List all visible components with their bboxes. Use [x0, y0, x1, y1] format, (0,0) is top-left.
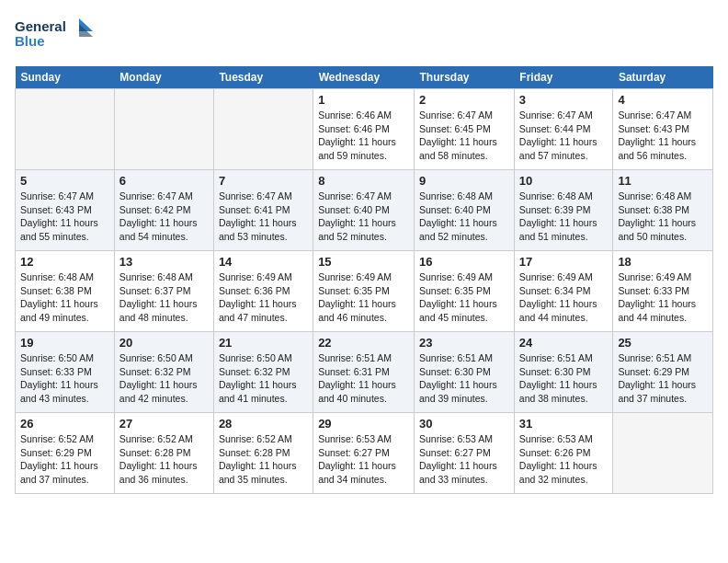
day-number: 1	[318, 93, 409, 107]
calendar-week-row: 1Sunrise: 6:46 AM Sunset: 6:46 PM Daylig…	[16, 89, 713, 170]
day-number: 8	[318, 174, 409, 188]
day-info: Sunrise: 6:52 AM Sunset: 6:28 PM Dayligh…	[119, 432, 209, 487]
calendar-cell: 9Sunrise: 6:48 AM Sunset: 6:40 PM Daylig…	[415, 170, 515, 251]
weekday-header: Sunday	[16, 66, 115, 89]
day-info: Sunrise: 6:48 AM Sunset: 6:38 PM Dayligh…	[20, 270, 109, 325]
day-info: Sunrise: 6:47 AM Sunset: 6:40 PM Dayligh…	[318, 190, 409, 244]
calendar-cell	[613, 413, 713, 494]
day-number: 16	[419, 255, 509, 269]
day-info: Sunrise: 6:49 AM Sunset: 6:35 PM Dayligh…	[419, 270, 509, 325]
day-number: 13	[119, 255, 209, 269]
day-info: Sunrise: 6:51 AM Sunset: 6:30 PM Dayligh…	[519, 351, 609, 406]
calendar-cell	[114, 89, 213, 170]
logo: General Blue	[15, 15, 97, 59]
weekday-header: Monday	[114, 66, 213, 89]
day-info: Sunrise: 6:51 AM Sunset: 6:31 PM Dayligh…	[318, 351, 409, 406]
calendar-cell: 23Sunrise: 6:51 AM Sunset: 6:30 PM Dayli…	[415, 332, 515, 413]
day-number: 3	[519, 93, 609, 107]
weekday-header: Tuesday	[213, 66, 313, 89]
calendar-cell: 6Sunrise: 6:47 AM Sunset: 6:42 PM Daylig…	[114, 170, 213, 251]
day-number: 19	[20, 336, 109, 350]
day-info: Sunrise: 6:53 AM Sunset: 6:27 PM Dayligh…	[318, 432, 409, 487]
calendar-cell: 26Sunrise: 6:52 AM Sunset: 6:29 PM Dayli…	[16, 413, 115, 494]
calendar-cell: 17Sunrise: 6:49 AM Sunset: 6:34 PM Dayli…	[514, 251, 613, 332]
calendar-cell	[213, 89, 313, 170]
calendar-cell: 24Sunrise: 6:51 AM Sunset: 6:30 PM Dayli…	[514, 332, 613, 413]
day-number: 26	[20, 417, 109, 431]
calendar-cell: 15Sunrise: 6:49 AM Sunset: 6:35 PM Dayli…	[313, 251, 415, 332]
day-number: 7	[219, 174, 308, 188]
calendar-cell: 20Sunrise: 6:50 AM Sunset: 6:32 PM Dayli…	[114, 332, 213, 413]
day-info: Sunrise: 6:46 AM Sunset: 6:46 PM Dayligh…	[318, 109, 409, 163]
calendar-week-row: 5Sunrise: 6:47 AM Sunset: 6:43 PM Daylig…	[16, 170, 713, 251]
day-info: Sunrise: 6:49 AM Sunset: 6:35 PM Dayligh…	[318, 270, 409, 325]
calendar-week-row: 19Sunrise: 6:50 AM Sunset: 6:33 PM Dayli…	[16, 332, 713, 413]
day-info: Sunrise: 6:48 AM Sunset: 6:39 PM Dayligh…	[519, 190, 609, 244]
day-info: Sunrise: 6:51 AM Sunset: 6:29 PM Dayligh…	[618, 351, 708, 406]
day-info: Sunrise: 6:48 AM Sunset: 6:37 PM Dayligh…	[119, 270, 209, 325]
day-info: Sunrise: 6:51 AM Sunset: 6:30 PM Dayligh…	[419, 351, 509, 406]
svg-text:General: General	[15, 18, 66, 34]
day-info: Sunrise: 6:50 AM Sunset: 6:32 PM Dayligh…	[219, 351, 308, 406]
calendar-cell: 4Sunrise: 6:47 AM Sunset: 6:43 PM Daylig…	[613, 89, 713, 170]
calendar-cell: 12Sunrise: 6:48 AM Sunset: 6:38 PM Dayli…	[16, 251, 115, 332]
calendar-table: SundayMondayTuesdayWednesdayThursdayFrid…	[15, 66, 713, 494]
day-number: 12	[20, 255, 109, 269]
calendar-cell: 10Sunrise: 6:48 AM Sunset: 6:39 PM Dayli…	[514, 170, 613, 251]
weekday-header-row: SundayMondayTuesdayWednesdayThursdayFrid…	[16, 66, 713, 89]
day-info: Sunrise: 6:49 AM Sunset: 6:34 PM Dayligh…	[519, 270, 609, 325]
day-number: 15	[318, 255, 409, 269]
weekday-header: Thursday	[415, 66, 515, 89]
calendar-cell: 21Sunrise: 6:50 AM Sunset: 6:32 PM Dayli…	[213, 332, 313, 413]
calendar-cell: 19Sunrise: 6:50 AM Sunset: 6:33 PM Dayli…	[16, 332, 115, 413]
day-number: 28	[219, 417, 308, 431]
day-info: Sunrise: 6:47 AM Sunset: 6:42 PM Dayligh…	[119, 190, 209, 244]
day-number: 24	[519, 336, 609, 350]
calendar-cell: 30Sunrise: 6:53 AM Sunset: 6:27 PM Dayli…	[415, 413, 515, 494]
calendar-cell: 16Sunrise: 6:49 AM Sunset: 6:35 PM Dayli…	[415, 251, 515, 332]
calendar-cell: 3Sunrise: 6:47 AM Sunset: 6:44 PM Daylig…	[514, 89, 613, 170]
day-info: Sunrise: 6:50 AM Sunset: 6:32 PM Dayligh…	[119, 351, 209, 406]
weekday-header: Friday	[514, 66, 613, 89]
day-number: 31	[519, 417, 609, 431]
day-info: Sunrise: 6:47 AM Sunset: 6:43 PM Dayligh…	[618, 109, 708, 163]
day-number: 14	[219, 255, 308, 269]
header: General Blue	[15, 15, 713, 59]
day-number: 4	[618, 93, 708, 107]
calendar-cell: 31Sunrise: 6:53 AM Sunset: 6:26 PM Dayli…	[514, 413, 613, 494]
weekday-header: Wednesday	[313, 66, 415, 89]
day-number: 27	[119, 417, 209, 431]
calendar-cell: 29Sunrise: 6:53 AM Sunset: 6:27 PM Dayli…	[313, 413, 415, 494]
logo-icon: General Blue	[15, 15, 97, 55]
day-number: 22	[318, 336, 409, 350]
day-number: 30	[419, 417, 509, 431]
calendar-cell: 22Sunrise: 6:51 AM Sunset: 6:31 PM Dayli…	[313, 332, 415, 413]
day-number: 6	[119, 174, 209, 188]
day-number: 18	[618, 255, 708, 269]
calendar-cell: 5Sunrise: 6:47 AM Sunset: 6:43 PM Daylig…	[16, 170, 115, 251]
day-number: 23	[419, 336, 509, 350]
calendar-cell: 2Sunrise: 6:47 AM Sunset: 6:45 PM Daylig…	[415, 89, 515, 170]
day-info: Sunrise: 6:47 AM Sunset: 6:44 PM Dayligh…	[519, 109, 609, 163]
day-info: Sunrise: 6:47 AM Sunset: 6:41 PM Dayligh…	[219, 190, 308, 244]
day-info: Sunrise: 6:50 AM Sunset: 6:33 PM Dayligh…	[20, 351, 109, 406]
day-info: Sunrise: 6:52 AM Sunset: 6:29 PM Dayligh…	[20, 432, 109, 487]
day-info: Sunrise: 6:49 AM Sunset: 6:36 PM Dayligh…	[219, 270, 308, 325]
calendar-week-row: 12Sunrise: 6:48 AM Sunset: 6:38 PM Dayli…	[16, 251, 713, 332]
day-number: 29	[318, 417, 409, 431]
day-number: 17	[519, 255, 609, 269]
day-info: Sunrise: 6:48 AM Sunset: 6:38 PM Dayligh…	[618, 190, 708, 244]
day-number: 25	[618, 336, 708, 350]
svg-text:Blue: Blue	[15, 33, 45, 49]
calendar-cell: 13Sunrise: 6:48 AM Sunset: 6:37 PM Dayli…	[114, 251, 213, 332]
day-info: Sunrise: 6:52 AM Sunset: 6:28 PM Dayligh…	[219, 432, 308, 487]
day-number: 9	[419, 174, 509, 188]
day-info: Sunrise: 6:53 AM Sunset: 6:27 PM Dayligh…	[419, 432, 509, 487]
weekday-header: Saturday	[613, 66, 713, 89]
calendar-container: General Blue SundayMondayTuesdayWednesda…	[0, 0, 728, 509]
day-number: 10	[519, 174, 609, 188]
calendar-cell: 7Sunrise: 6:47 AM Sunset: 6:41 PM Daylig…	[213, 170, 313, 251]
calendar-cell: 28Sunrise: 6:52 AM Sunset: 6:28 PM Dayli…	[213, 413, 313, 494]
calendar-cell: 11Sunrise: 6:48 AM Sunset: 6:38 PM Dayli…	[613, 170, 713, 251]
calendar-cell: 14Sunrise: 6:49 AM Sunset: 6:36 PM Dayli…	[213, 251, 313, 332]
